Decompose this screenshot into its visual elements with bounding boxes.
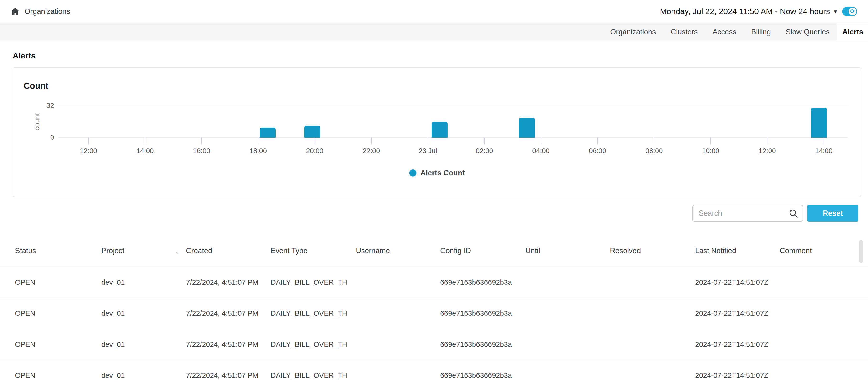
- search-icon[interactable]: [788, 208, 799, 220]
- cell-event_type: DAILY_BILL_OVER_TH: [271, 278, 356, 287]
- x-tick-label: 23 Jul: [409, 147, 447, 155]
- tab-access[interactable]: Access: [705, 23, 744, 40]
- cell-created: 7/22/2024, 4:51:07 PM: [186, 340, 271, 349]
- bar-00:25[interactable]: [432, 122, 447, 138]
- tab-clusters[interactable]: Clusters: [663, 23, 705, 40]
- cell-created: 7/22/2024, 4:51:07 PM: [186, 309, 271, 318]
- column-header-label: Comment: [780, 246, 812, 255]
- cell-event_type: DAILY_BILL_OVER_TH: [271, 340, 356, 349]
- column-header-username[interactable]: Username: [356, 246, 440, 255]
- column-header-event_type[interactable]: Event Type: [271, 246, 356, 255]
- x-tick-label: 22:00: [352, 147, 390, 155]
- x-tick-label: 10:00: [691, 147, 730, 155]
- x-tick: [541, 138, 541, 144]
- table-row[interactable]: OPENdev_017/22/2024, 4:51:07 PMDAILY_BIL…: [0, 267, 868, 298]
- column-header-label: Until: [525, 246, 540, 255]
- bar-18:20[interactable]: [260, 128, 276, 138]
- x-tick-label: 08:00: [635, 147, 673, 155]
- y-tick-label: 0: [23, 133, 54, 141]
- gridline-y-0: [58, 138, 848, 138]
- cell-config_id: 669e7163b636692b3a: [440, 278, 525, 287]
- chart-title: Count: [24, 81, 49, 91]
- tab-alerts[interactable]: Alerts: [837, 23, 868, 40]
- column-header-last_notified[interactable]: Last Notified: [695, 246, 780, 255]
- cell-event_type: DAILY_BILL_OVER_TH: [271, 371, 356, 380]
- cell-status: OPEN: [15, 371, 101, 380]
- cell-last_notified: 2024-07-22T14:51:07Z: [695, 340, 780, 349]
- column-header-comment[interactable]: Comment: [780, 246, 868, 255]
- time-range-group: Monday, Jul 22, 2024 11:50 AM - Now 24 h…: [660, 7, 857, 16]
- column-header-resolved[interactable]: Resolved: [610, 246, 695, 255]
- x-tick: [88, 138, 89, 144]
- cell-project: dev_01: [101, 371, 186, 380]
- home-icon[interactable]: [11, 7, 20, 16]
- search-input[interactable]: [692, 205, 803, 222]
- reset-button[interactable]: Reset: [807, 205, 859, 222]
- x-tick: [597, 138, 598, 144]
- gridline-y-32: [58, 106, 848, 106]
- tab-slow-queries[interactable]: Slow Queries: [778, 23, 837, 40]
- time-range-label[interactable]: Monday, Jul 22, 2024 11:50 AM - Now 24 h…: [660, 7, 830, 16]
- cell-config_id: 669e7163b636692b3a: [440, 371, 525, 380]
- cell-status: OPEN: [15, 340, 101, 349]
- x-tick-label: 20:00: [296, 147, 334, 155]
- column-header-label: Project: [101, 246, 124, 255]
- auto-refresh-toggle[interactable]: ⟳: [842, 7, 857, 16]
- tab-organizations[interactable]: Organizations: [603, 23, 663, 40]
- bar-13:50[interactable]: [811, 108, 827, 138]
- breadcrumb[interactable]: Organizations: [11, 7, 70, 16]
- column-header-config_id[interactable]: Config ID: [440, 246, 525, 255]
- tab-billing[interactable]: Billing: [744, 23, 778, 40]
- column-header-label: Username: [356, 246, 390, 255]
- column-header-label: Config ID: [440, 246, 471, 255]
- x-tick: [710, 138, 711, 144]
- column-header-status[interactable]: Status: [15, 246, 101, 255]
- x-tick: [767, 138, 767, 144]
- chart-legend[interactable]: Alerts Count: [409, 168, 465, 178]
- x-tick-label: 02:00: [465, 147, 503, 155]
- bar-03:30[interactable]: [519, 118, 535, 138]
- column-header-project[interactable]: Project↓: [101, 246, 186, 256]
- breadcrumb-label[interactable]: Organizations: [25, 7, 70, 16]
- table-header-row: StatusProject↓CreatedEvent TypeUsernameC…: [0, 235, 868, 267]
- x-tick-label: 12:00: [69, 147, 107, 155]
- cell-project: dev_01: [101, 278, 186, 287]
- table-row[interactable]: OPENdev_017/22/2024, 4:51:07 PMDAILY_BIL…: [0, 360, 868, 389]
- cell-project: dev_01: [101, 309, 186, 318]
- cell-status: OPEN: [15, 309, 101, 318]
- column-header-label: Event Type: [271, 246, 308, 255]
- cell-config_id: 669e7163b636692b3a: [440, 309, 525, 318]
- x-tick: [201, 138, 202, 144]
- table-row[interactable]: OPENdev_017/22/2024, 4:51:07 PMDAILY_BIL…: [0, 298, 868, 329]
- refresh-icon: ⟳: [849, 8, 856, 15]
- alerts-table: StatusProject↓CreatedEvent TypeUsernameC…: [0, 235, 868, 389]
- column-header-until[interactable]: Until: [525, 246, 610, 255]
- x-tick: [654, 138, 654, 144]
- search-box: [692, 205, 803, 222]
- cell-last_notified: 2024-07-22T14:51:07Z: [695, 278, 780, 287]
- x-tick: [428, 138, 428, 144]
- cell-created: 7/22/2024, 4:51:07 PM: [186, 278, 271, 287]
- table-row[interactable]: OPENdev_017/22/2024, 4:51:07 PMDAILY_BIL…: [0, 329, 868, 360]
- x-tick-label: 14:00: [805, 147, 843, 155]
- table-body: OPENdev_017/22/2024, 4:51:07 PMDAILY_BIL…: [0, 267, 868, 389]
- tab-bar: OrganizationsClustersAccessBillingSlow Q…: [0, 23, 868, 41]
- column-header-label: Last Notified: [695, 246, 736, 255]
- x-tick-label: 04:00: [522, 147, 560, 155]
- x-tick: [371, 138, 372, 144]
- column-header-created[interactable]: Created: [186, 246, 271, 255]
- x-tick: [145, 138, 145, 144]
- x-tick: [824, 138, 824, 144]
- sort-descending-icon[interactable]: ↓: [175, 246, 179, 256]
- page-title: Alerts: [13, 51, 868, 60]
- vertical-scrollbar-thumb[interactable]: [859, 240, 863, 263]
- cell-last_notified: 2024-07-22T14:51:07Z: [695, 371, 780, 380]
- cell-status: OPEN: [15, 278, 101, 287]
- chevron-down-icon[interactable]: ▾: [834, 8, 837, 15]
- bar-19:55[interactable]: [304, 126, 320, 138]
- x-tick-label: 06:00: [579, 147, 617, 155]
- cell-config_id: 669e7163b636692b3a: [440, 340, 525, 349]
- x-tick-label: 18:00: [239, 147, 277, 155]
- cell-event_type: DAILY_BILL_OVER_TH: [271, 309, 356, 318]
- y-axis-label: count: [33, 113, 41, 130]
